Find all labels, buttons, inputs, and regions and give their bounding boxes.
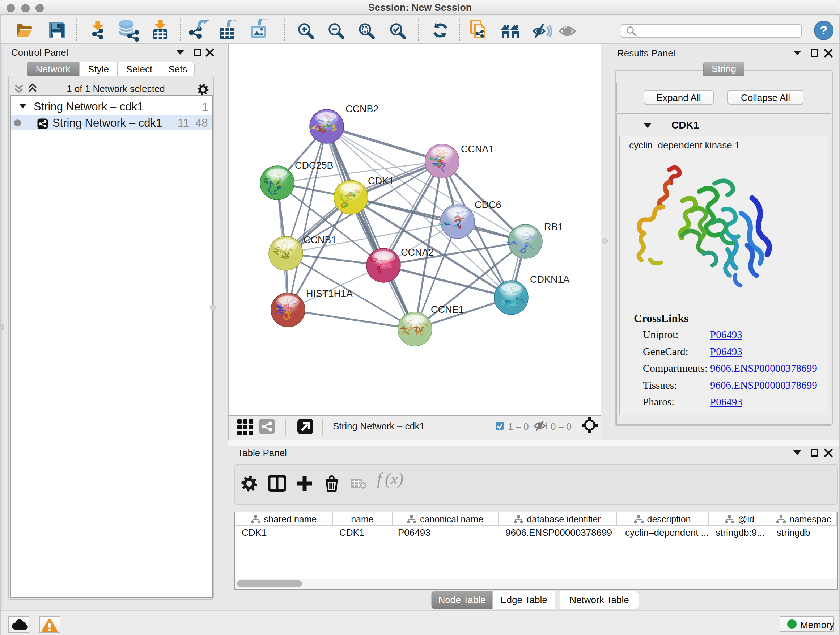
svg-text:RB1: RB1 <box>544 222 563 233</box>
svg-text:CCNA1: CCNA1 <box>461 144 494 155</box>
svg-text:CCNE1: CCNE1 <box>431 304 464 315</box>
svg-text:HIST1H1A: HIST1H1A <box>306 288 353 299</box>
svg-text:CDK1: CDK1 <box>368 176 394 187</box>
svg-text:CDKN1A: CDKN1A <box>530 274 570 285</box>
svg-text:CCNB2: CCNB2 <box>346 103 379 114</box>
svg-text:?: ? <box>820 23 828 37</box>
svg-text:CCNA2: CCNA2 <box>401 247 434 258</box>
svg-text:CDC6: CDC6 <box>475 200 501 211</box>
svg-text:CCNB1: CCNB1 <box>303 234 337 245</box>
svg-text:CDC25B: CDC25B <box>295 160 333 171</box>
